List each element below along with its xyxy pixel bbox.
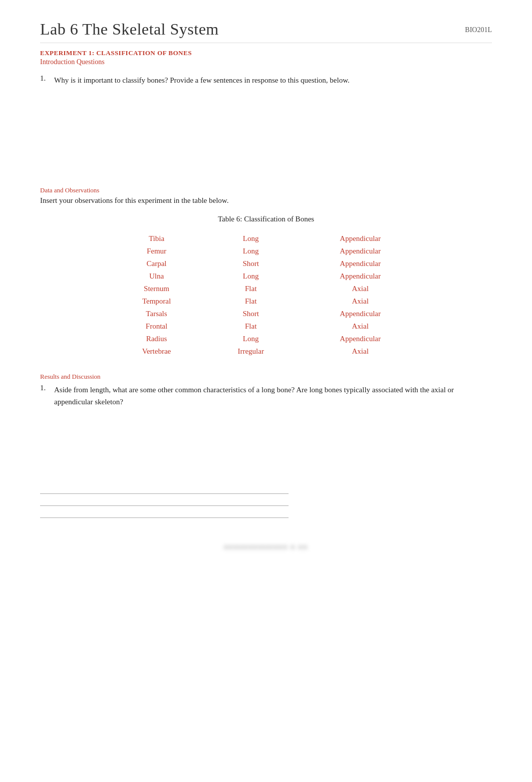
- cell-skeleton: Appendicular: [297, 232, 424, 245]
- experiment-heading: EXPERIMENT 1: CLASSIFICATION OF BONES: [40, 49, 492, 57]
- cell-bone: Sternum: [108, 283, 205, 295]
- results-question-1-text: Aside from length, what are some other c…: [54, 384, 492, 408]
- data-text: Insert your observations for this experi…: [40, 196, 492, 205]
- table-row: TemporalFlatAxial: [108, 295, 424, 308]
- table-row: RadiusLongAppendicular: [108, 333, 424, 345]
- cell-type: Short: [205, 308, 297, 320]
- cell-skeleton: Appendicular: [297, 308, 424, 320]
- table-row: UlnaLongAppendicular: [108, 270, 424, 283]
- cell-type: Short: [205, 257, 297, 270]
- cell-bone: Radius: [108, 333, 205, 345]
- results-questions: Aside from length, what are some other c…: [40, 384, 492, 413]
- cell-bone: Temporal: [108, 295, 205, 308]
- cell-bone: Frontal: [108, 320, 205, 333]
- cell-skeleton: Axial: [297, 283, 424, 295]
- cell-skeleton: Axial: [297, 320, 424, 333]
- cell-type: Flat: [205, 283, 297, 295]
- cell-bone: Ulna: [108, 270, 205, 283]
- cell-bone: Carpal: [108, 257, 205, 270]
- intro-question-1-text: Why is it important to classify bones? P…: [54, 74, 350, 86]
- results-question-1: Aside from length, what are some other c…: [40, 384, 492, 413]
- answer-line-3: [40, 507, 289, 518]
- table-row: FrontalFlatAxial: [108, 320, 424, 333]
- cell-type: Long: [205, 333, 297, 345]
- intro-heading: Introduction Questions: [40, 58, 492, 66]
- cell-type: Irregular: [205, 345, 297, 358]
- table-row: CarpalShortAppendicular: [108, 257, 424, 270]
- table-row: FemurLongAppendicular: [108, 245, 424, 257]
- course-code: BIO201L: [465, 20, 492, 34]
- cell-bone: Femur: [108, 245, 205, 257]
- table-row: TibiaLongAppendicular: [108, 232, 424, 245]
- table-row: TarsalsShortAppendicular: [108, 308, 424, 320]
- blurred-content: ●●●●●●●●●●●●● ● ●●: [40, 543, 492, 551]
- table-row: SternumFlatAxial: [108, 283, 424, 295]
- cell-bone: Vertebrae: [108, 345, 205, 358]
- table-row: VertebraeIrregularAxial: [108, 345, 424, 358]
- cell-skeleton: Appendicular: [297, 257, 424, 270]
- cell-bone: Tarsals: [108, 308, 205, 320]
- intro-questions: Why is it important to classify bones? P…: [40, 74, 492, 91]
- cell-type: Flat: [205, 320, 297, 333]
- intro-question-1: Why is it important to classify bones? P…: [40, 74, 492, 91]
- answer-line-2: [40, 495, 289, 506]
- cell-type: Flat: [205, 295, 297, 308]
- cell-type: Long: [205, 245, 297, 257]
- page-title: Lab 6 The Skeletal System: [40, 20, 219, 39]
- table-title: Table 6: Classification of Bones: [40, 215, 492, 223]
- cell-type: Long: [205, 232, 297, 245]
- cell-skeleton: Appendicular: [297, 245, 424, 257]
- cell-type: Long: [205, 270, 297, 283]
- cell-skeleton: Axial: [297, 345, 424, 358]
- bones-table: TibiaLongAppendicularFemurLongAppendicul…: [108, 232, 424, 358]
- data-heading: Data and Observations: [40, 186, 492, 194]
- cell-skeleton: Appendicular: [297, 270, 424, 283]
- results-answer-area: [40, 413, 492, 523]
- cell-bone: Tibia: [108, 232, 205, 245]
- page-header: Lab 6 The Skeletal System BIO201L: [40, 20, 492, 43]
- answer-line-1: [40, 483, 289, 494]
- intro-answer-area: [40, 91, 492, 181]
- results-heading: Results and Discussion: [40, 373, 492, 381]
- cell-skeleton: Axial: [297, 295, 424, 308]
- cell-skeleton: Appendicular: [297, 333, 424, 345]
